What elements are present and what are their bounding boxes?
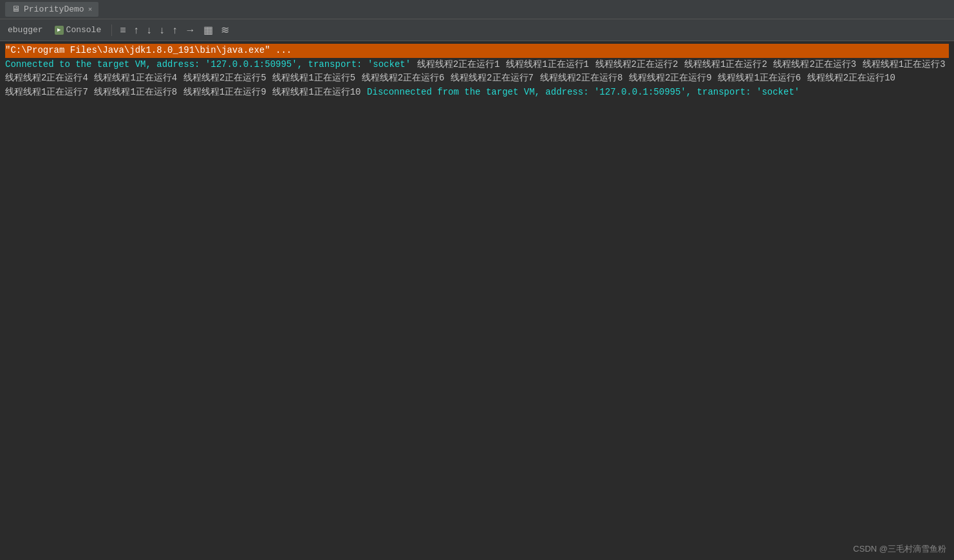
console-line: 线程线程1正在运行8 [94, 87, 177, 97]
console-line: 线程线程1正在运行5 [272, 73, 355, 83]
toolbar-btn-arrow[interactable]: → [183, 24, 198, 37]
console-line: 线程线程1正在运行3 [863, 59, 946, 70]
console-line: 线程线程2正在运行10 [807, 73, 895, 83]
console-line: 线程线程2正在运行1 [417, 59, 500, 70]
console-icon: ▶ [55, 26, 64, 35]
console-line: 线程线程1正在运行7 [5, 87, 88, 97]
console-line: 线程线程1正在运行9 [183, 87, 267, 97]
console-line: "C:\Program Files\Java\jdk1.8.0_191\bin\… [5, 44, 949, 58]
console-line: Disconnected from the target VM, address… [367, 87, 800, 97]
toolbar-btn-grid[interactable]: ▦ [201, 24, 216, 37]
toolbar-btn-down2[interactable]: ↓ [157, 24, 167, 37]
console-tab[interactable]: ▶ Console [50, 25, 107, 35]
console-line: 线程线程1正在运行2 [684, 59, 767, 70]
toolbar-btn-down1[interactable]: ↓ [144, 24, 154, 37]
console-line: 线程线程2正在运行6 [362, 73, 445, 83]
tab-title: PriorityDemo [24, 5, 84, 14]
console-line: 线程线程2正在运行7 [451, 73, 534, 83]
console-line: 线程线程2正在运行8 [540, 73, 623, 83]
console-line: 线程线程1正在运行4 [94, 73, 177, 83]
console-line: 线程线程1正在运行10 [272, 87, 360, 97]
toolbar-btn-up2[interactable]: ↑ [170, 24, 180, 37]
console-line: 线程线程2正在运行9 [629, 73, 712, 83]
toolbar-separator [111, 24, 112, 36]
console-line: 线程线程1正在运行6 [718, 73, 801, 83]
watermark: CSDN @三毛村滴雪鱼粉 [853, 543, 946, 555]
console-label: Console [66, 25, 102, 35]
toolbar-btn-lines[interactable]: ≋ [218, 24, 232, 37]
console-line: Connected to the target VM, address: '12… [5, 59, 411, 70]
console-line: 线程线程2正在运行5 [183, 73, 267, 83]
toolbar: ebugger ▶ Console ≡ ↑ ↓ ↓ ↑ → ▦ ≋ [0, 19, 954, 41]
title-bar: 🖥 PriorityDemo × [0, 0, 954, 19]
toolbar-btn-menu[interactable]: ≡ [117, 24, 128, 37]
console-line: 线程线程2正在运行3 [773, 59, 856, 70]
close-icon[interactable]: × [88, 6, 93, 14]
console-line: 线程线程2正在运行2 [595, 59, 678, 70]
toolbar-btn-up1[interactable]: ↑ [131, 24, 142, 37]
debugger-label[interactable]: ebugger [4, 25, 47, 35]
console-line: 线程线程2正在运行4 [5, 73, 88, 83]
title-tab[interactable]: 🖥 PriorityDemo × [5, 2, 98, 17]
window-icon: 🖥 [12, 5, 20, 14]
console-line: 线程线程1正在运行1 [506, 59, 589, 70]
console-output[interactable]: "C:\Program Files\Java\jdk1.8.0_191\bin\… [0, 41, 954, 560]
